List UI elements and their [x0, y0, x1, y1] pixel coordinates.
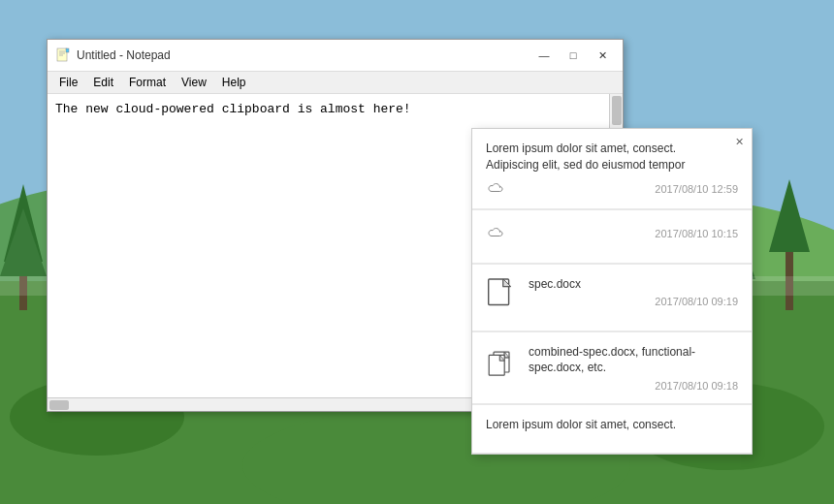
title-bar-controls: — □ ✕	[531, 46, 615, 65]
file-icon-1	[486, 278, 517, 319]
clipboard-item-1-meta: 2017/08/10 12:59	[486, 181, 738, 197]
clipboard-item-2-meta: 2017/08/10 10:15	[486, 226, 738, 241]
menu-format[interactable]: Format	[121, 74, 174, 91]
menu-help[interactable]: Help	[214, 74, 254, 91]
close-button[interactable]: ✕	[590, 46, 615, 65]
clipboard-item-2[interactable]: 2017/08/10 10:15	[472, 210, 752, 264]
cloud-icon-2	[486, 226, 503, 241]
clipboard-item-2-time: 2017/08/10 10:15	[655, 228, 738, 239]
svg-rect-10	[786, 247, 793, 310]
file-icon-2	[486, 346, 517, 387]
svg-marker-11	[769, 179, 810, 252]
clipboard-panel: ✕ Lorem ipsum dolor sit amet, consect. A…	[471, 128, 753, 455]
svg-rect-16	[57, 48, 67, 61]
svg-rect-20	[66, 48, 69, 52]
scrollbar-thumb-v	[612, 96, 622, 125]
menu-file[interactable]: File	[51, 74, 85, 91]
clipboard-item-5-text: Lorem ipsum dolor sit amet, consect.	[486, 417, 738, 433]
minimize-button[interactable]: —	[531, 46, 557, 65]
cloud-icon-1	[486, 181, 503, 197]
maximize-button[interactable]: □	[561, 46, 586, 65]
menu-view[interactable]: View	[174, 74, 214, 91]
menu-bar: File Edit Format View Help	[48, 72, 623, 94]
title-bar: Untitled - Notepad — □ ✕	[48, 40, 623, 72]
window-title: Untitled - Notepad	[77, 48, 531, 62]
clipboard-item-4-info: combined-spec.docx, functional-spec.docx…	[529, 344, 738, 393]
notepad-app-icon	[55, 47, 71, 63]
clipboard-item-1[interactable]: Lorem ipsum dolor sit amet, consect. Adi…	[472, 129, 752, 209]
svg-marker-6	[0, 208, 47, 276]
clipboard-item-3-filename: spec.docx	[529, 276, 738, 293]
svg-marker-5	[4, 184, 43, 262]
clipboard-item-1-text: Lorem ipsum dolor sit amet, consect. Adi…	[486, 141, 738, 173]
clipboard-item-4-filename: combined-spec.docx, functional-spec.docx…	[529, 344, 738, 377]
clipboard-item-3-info: spec.docx 2017/08/10 09:19	[529, 276, 738, 308]
menu-edit[interactable]: Edit	[85, 74, 121, 91]
scrollbar-thumb-h	[49, 400, 69, 410]
clipboard-item-5[interactable]: Lorem ipsum dolor sit amet, consect.	[472, 405, 752, 454]
svg-rect-4	[19, 252, 27, 310]
clipboard-item-1-time: 2017/08/10 12:59	[655, 183, 738, 195]
clipboard-close-button[interactable]: ✕	[730, 133, 748, 150]
clipboard-item-3[interactable]: spec.docx 2017/08/10 09:19	[472, 265, 752, 331]
clipboard-item-4-time: 2017/08/10 09:18	[529, 380, 738, 392]
clipboard-item-4[interactable]: combined-spec.docx, functional-spec.docx…	[472, 332, 752, 405]
clipboard-item-3-time: 2017/08/10 09:19	[529, 296, 738, 307]
